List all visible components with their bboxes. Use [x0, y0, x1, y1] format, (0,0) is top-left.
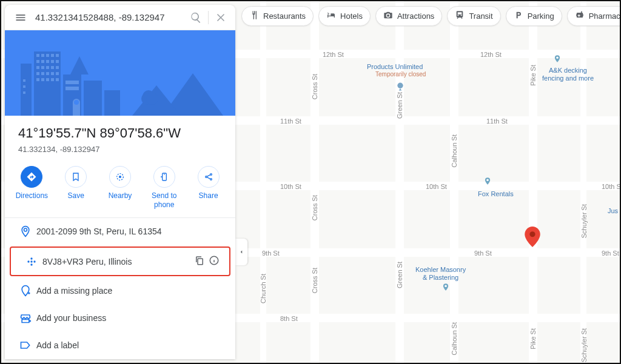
- pin-icon: [15, 225, 36, 237]
- svg-rect-20: [46, 54, 49, 57]
- poi-jus[interactable]: Jus: [608, 207, 618, 215]
- poi-koehler[interactable]: Koehler Masonry & Plastering: [415, 266, 466, 281]
- menu-button[interactable]: [8, 5, 33, 30]
- search-bar: [5, 5, 235, 30]
- svg-rect-7: [21, 64, 32, 116]
- svg-rect-31: [51, 66, 54, 69]
- clear-search-button[interactable]: [210, 7, 232, 28]
- label-icon: [15, 339, 36, 351]
- add-missing-place-item[interactable]: Add a missing place: [5, 277, 235, 305]
- plus-code-item[interactable]: 8VJ8+VR3 Peru, Illinois: [10, 247, 230, 276]
- svg-point-52: [205, 176, 207, 178]
- road-church: [260, 1, 266, 363]
- label-10th-c: 10th St: [602, 183, 621, 190]
- copy-button[interactable]: [194, 255, 205, 268]
- add-label-item[interactable]: Add a label: [5, 332, 235, 359]
- chip-label: Restaurants: [263, 12, 306, 21]
- svg-point-48: [74, 100, 79, 105]
- road-green: [395, 1, 404, 363]
- label-10th-a: 10th St: [280, 183, 301, 190]
- svg-rect-46: [23, 85, 25, 88]
- search-input[interactable]: [33, 12, 185, 22]
- svg-rect-28: [36, 66, 39, 69]
- poi-fox-rentals[interactable]: Fox Rentals: [478, 190, 514, 198]
- poi-products-unlimited-icon[interactable]: [396, 81, 404, 92]
- poi-products-unlimited[interactable]: Products Unlimited: [367, 63, 423, 71]
- svg-rect-39: [41, 78, 44, 81]
- bed-icon: [326, 10, 336, 22]
- svg-rect-37: [56, 72, 59, 75]
- chip-attractions[interactable]: Attractions: [375, 6, 442, 26]
- svg-rect-11: [84, 81, 102, 116]
- poi-koehler-icon[interactable]: [441, 282, 450, 293]
- svg-rect-43: [65, 81, 79, 84]
- directions-button[interactable]: Directions: [12, 166, 51, 209]
- chip-pharmacies[interactable]: Pharmacies: [567, 6, 621, 26]
- svg-rect-34: [41, 72, 44, 75]
- fork-knife-icon: [249, 10, 259, 22]
- coords-decimal: 41.332134, -89.132947: [18, 145, 222, 154]
- label-12th-b: 12th St: [480, 51, 502, 58]
- info-button[interactable]: [209, 255, 220, 268]
- svg-point-55: [30, 257, 32, 259]
- poi-fox-icon[interactable]: [483, 176, 492, 187]
- label-green-b: Green St: [396, 262, 403, 288]
- label-12th-a: 12th St: [323, 51, 344, 58]
- svg-rect-30: [46, 66, 49, 69]
- svg-rect-25: [46, 60, 49, 63]
- nearby-button[interactable]: Nearby: [101, 166, 139, 209]
- dropped-pin[interactable]: [525, 227, 540, 247]
- save-button[interactable]: Save: [56, 166, 95, 209]
- share-button[interactable]: Share: [189, 166, 228, 209]
- pharmacy-icon: [575, 10, 585, 22]
- label-10th-b: 10th St: [426, 183, 447, 190]
- svg-rect-19: [41, 54, 44, 57]
- action-label: Nearby: [109, 191, 132, 200]
- share-icon: [198, 166, 220, 188]
- search-button[interactable]: [185, 7, 207, 28]
- chip-label: Pharmacies: [589, 12, 621, 21]
- title-block: 41°19'55.7"N 89°07'58.6"W 41.332134, -89…: [5, 116, 235, 162]
- collapse-side-panel[interactable]: [235, 239, 247, 265]
- svg-rect-36: [51, 72, 54, 75]
- svg-point-3: [445, 285, 447, 288]
- send-to-phone-button[interactable]: Send to phone: [145, 166, 184, 209]
- svg-point-53: [210, 174, 212, 176]
- label-cross-a: Cross St: [311, 74, 318, 99]
- label-calhoun-a: Calhoun St: [451, 134, 458, 167]
- chip-parking[interactable]: Parking: [506, 6, 562, 26]
- chip-restaurants[interactable]: Restaurants: [241, 6, 314, 26]
- road-calhoun: [450, 1, 458, 363]
- chip-label: Parking: [528, 12, 554, 21]
- action-label: Share: [199, 191, 218, 200]
- chip-transit[interactable]: Transit: [447, 6, 500, 26]
- storefront-icon: [15, 312, 36, 324]
- add-missing-text: Add a missing place: [36, 286, 226, 296]
- label-8th: 8th St: [280, 315, 298, 322]
- address-text: 2001-2099 9th St, Peru, IL 61354: [36, 227, 226, 236]
- label-cross-b: Cross St: [311, 195, 318, 220]
- svg-rect-41: [51, 78, 54, 81]
- poi-ak-decking[interactable]: A&K decking fencing and more: [542, 67, 594, 82]
- menu-icon: [15, 12, 27, 24]
- svg-point-4: [529, 231, 535, 237]
- svg-point-17: [146, 93, 158, 105]
- address-item[interactable]: 2001-2099 9th St, Peru, IL 61354: [5, 218, 235, 245]
- svg-rect-21: [51, 54, 54, 57]
- chip-hotels[interactable]: Hotels: [318, 6, 371, 26]
- svg-rect-23: [36, 60, 39, 63]
- add-business-text: Add your business: [36, 313, 226, 323]
- svg-rect-60: [198, 259, 203, 265]
- bookmark-icon: [65, 166, 87, 188]
- svg-rect-42: [56, 78, 59, 81]
- chip-label: Transit: [469, 12, 492, 21]
- poi-ak-icon[interactable]: [553, 53, 562, 64]
- label-11th-b: 11th St: [486, 117, 508, 125]
- directions-icon: [21, 166, 42, 188]
- label-9th-a: 9th St: [262, 250, 280, 257]
- add-business-item[interactable]: Add your business: [5, 305, 235, 332]
- svg-rect-27: [56, 60, 59, 63]
- add-place-icon: [15, 285, 36, 297]
- svg-point-59: [30, 260, 32, 262]
- detail-list: 2001-2099 9th St, Peru, IL 61354 8VJ8+VR…: [5, 218, 235, 359]
